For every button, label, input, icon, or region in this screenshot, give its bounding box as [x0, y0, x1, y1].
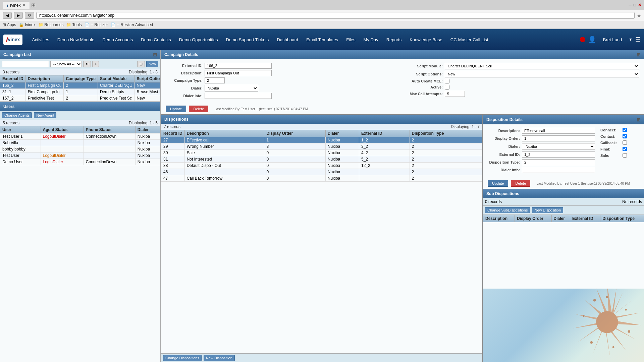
table-row[interactable]: 166_2 First Campaign Ou 2 Charter DELINQ…: [0, 82, 161, 89]
bookmark-apps[interactable]: ⊞ Apps: [3, 22, 16, 27]
disp-dialer-info-input[interactable]: [522, 167, 595, 173]
bookmark-tools[interactable]: 📁 Tools: [66, 22, 82, 27]
final-checkbox[interactable]: [623, 147, 627, 151]
callback-row: Callback:: [600, 140, 641, 145]
list-item[interactable]: Demo User LoginDialer ConnectionDown Nux…: [0, 159, 160, 165]
forward-button[interactable]: ▶: [14, 12, 23, 19]
contact-checkbox[interactable]: [623, 134, 627, 138]
cell-phone-status: [84, 153, 135, 159]
new-agent-button[interactable]: New Agent: [34, 112, 56, 118]
bookmark-resources[interactable]: 📁 Resources: [38, 22, 64, 27]
external-id-row: External ID:: [166, 63, 399, 69]
campaign-add-button[interactable]: +: [92, 61, 99, 67]
cell-dialer: Nuxiba: [325, 175, 359, 182]
nav-item-demo-accounts[interactable]: Demo Accounts: [98, 35, 137, 45]
disp-type-input[interactable]: [522, 159, 595, 165]
col-record-id: Record ID: [161, 130, 185, 137]
disposition-update-button[interactable]: Update: [488, 180, 508, 187]
table-row[interactable]: 29 Wrong Number 3 Nuxiba 3_2 2: [161, 143, 482, 150]
bookmark-resizer[interactable]: 📄 -- Resizer: [85, 22, 108, 27]
nav-dropdown-icon[interactable]: ▼: [629, 37, 633, 42]
nav-item-my-day[interactable]: My Day: [360, 35, 382, 45]
maximize-button[interactable]: □: [634, 3, 636, 7]
auto-create-mcl-checkbox[interactable]: [445, 79, 449, 83]
sale-checkbox[interactable]: [623, 153, 627, 158]
bookmark-resizer-advanced[interactable]: 📄 -- Resizer Advanced: [111, 22, 153, 27]
dialer-info-input[interactable]: [205, 93, 272, 99]
address-bar[interactable]: [36, 12, 635, 19]
campaign-view-button[interactable]: ⊞: [137, 61, 145, 67]
table-row[interactable]: 167_2 Predictive Test 2 Predictive Test …: [0, 95, 161, 102]
nav-item-files[interactable]: Files: [342, 35, 359, 45]
campaign-search-input[interactable]: [2, 61, 49, 67]
nav-item-demo-contacts[interactable]: Demo Contacts: [137, 35, 175, 45]
nav-menu-icon[interactable]: ☰: [635, 36, 641, 43]
table-row[interactable]: 27 Effective call 1 Nuxiba 1_2 2: [161, 137, 482, 143]
disp-external-id-input[interactable]: [522, 152, 595, 158]
back-button[interactable]: ◀: [3, 12, 12, 19]
list-item[interactable]: bobby bobby Nuxiba: [0, 146, 160, 153]
change-dispositions-button[interactable]: Change Dispositions: [163, 355, 202, 361]
external-id-input[interactable]: [205, 63, 272, 69]
table-row[interactable]: 38 Default Dispo - Out 0 Nuxiba 12_2 2: [161, 163, 482, 169]
disposition-details-expand-icon[interactable]: ⊞: [637, 117, 641, 122]
campaign-details-expand-icon[interactable]: ⊞: [637, 52, 641, 57]
col-script-options: Script Options: [135, 75, 160, 82]
list-item[interactable]: Test User 1 LogoutDialer ConnectionDown …: [0, 133, 160, 140]
table-row[interactable]: 30 Sale 0 Nuxiba 4_2 2: [161, 150, 482, 156]
disp-description-input[interactable]: [522, 128, 595, 134]
bookmark-star[interactable]: ★: [637, 12, 641, 19]
nav-item-cc-master[interactable]: CC-Master Call List: [446, 35, 492, 45]
nav-item-email-templates[interactable]: Email Templates: [302, 35, 342, 45]
sub-new-disposition-button[interactable]: New Disposition: [532, 207, 563, 213]
nav-item-knowledge-base[interactable]: Knowledge Base: [406, 35, 446, 45]
campaign-list-header: Campaign List ⊞: [0, 50, 160, 59]
max-call-attempts-input[interactable]: [445, 91, 465, 97]
new-disposition-button[interactable]: New Disposition: [204, 355, 235, 361]
nav-item-activities[interactable]: Activities: [28, 35, 53, 45]
nav-user-name[interactable]: Bret Lund: [599, 35, 626, 45]
nav-item-demo-opportunities[interactable]: Demo Opportunities: [175, 35, 222, 45]
new-tab-button[interactable]: ⊞: [31, 2, 36, 8]
table-row[interactable]: 31_1 First Campaign In 1 Demo Scripts Re…: [0, 89, 161, 95]
list-item[interactable]: Bob Villa Nuxiba: [0, 140, 160, 146]
script-options-select[interactable]: New: [445, 71, 639, 77]
minimize-button[interactable]: ─: [629, 3, 632, 7]
campaign-type-input[interactable]: [205, 77, 225, 83]
disp-dialer-select[interactable]: Nuxiba: [522, 143, 595, 150]
campaign-new-button[interactable]: New: [146, 61, 158, 67]
nav-item-reports[interactable]: Reports: [382, 35, 406, 45]
record-button[interactable]: [580, 37, 585, 42]
active-checkbox[interactable]: [445, 85, 449, 89]
campaign-refresh-button[interactable]: ↻: [83, 61, 91, 67]
script-module-select[interactable]: Charter DELINQUENT Scri: [445, 63, 639, 69]
list-item[interactable]: Test User LogoutDialer Nuxiba: [0, 153, 160, 159]
browser-tab[interactable]: i Ivinex ✕: [3, 1, 30, 9]
campaign-delete-button[interactable]: Delete: [189, 106, 208, 112]
change-agents-button[interactable]: Change Agents: [2, 112, 32, 118]
cell-description: Default Dispo - Out: [184, 163, 264, 169]
campaign-filter-select[interactable]: -- Show All --: [50, 61, 82, 67]
table-row[interactable]: 47 Call Back Tomorrow 0 Nuxiba 2: [161, 175, 482, 182]
tab-close-button[interactable]: ✕: [22, 3, 25, 7]
description-input[interactable]: [205, 70, 272, 76]
nav-item-dashboard[interactable]: Dashboard: [273, 35, 302, 45]
table-row[interactable]: 31 Not Interested 0 Nuxiba 5_2 2: [161, 156, 482, 163]
cell-external-id: 166_2: [0, 82, 26, 89]
dialer-label: Dialer:: [166, 86, 203, 90]
expand-icon[interactable]: ⊞: [153, 52, 157, 57]
refresh-button[interactable]: ↻: [25, 12, 34, 19]
nav-item-demo-new-module[interactable]: Demo New Module: [53, 35, 99, 45]
callback-checkbox[interactable]: [623, 140, 627, 145]
nav-item-demo-support[interactable]: Demo Support Tickets: [222, 35, 273, 45]
disposition-delete-button[interactable]: Delete: [511, 180, 530, 187]
campaign-update-button[interactable]: Update: [166, 106, 186, 112]
connect-checkbox[interactable]: [623, 128, 627, 132]
disp-display-order-input[interactable]: [522, 135, 595, 141]
dialer-select[interactable]: Nuxiba: [205, 85, 258, 92]
change-sub-dispositions-button[interactable]: Change SubDispositions: [485, 207, 530, 213]
table-row[interactable]: 46 0 Nuxiba 2: [161, 169, 482, 175]
bookmark-ivinex[interactable]: 🔒 Ivinex: [19, 22, 36, 27]
cell-display-order: 0: [264, 163, 325, 169]
close-window-button[interactable]: ✕: [638, 3, 641, 7]
